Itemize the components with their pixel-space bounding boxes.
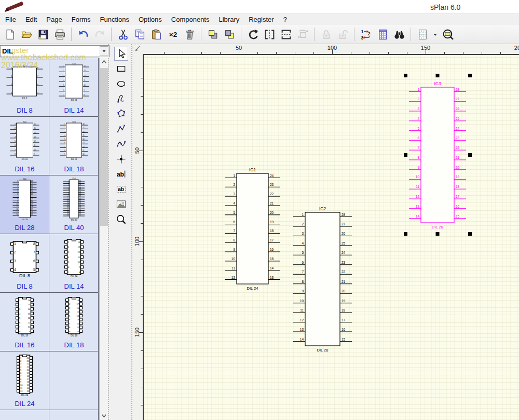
menu-forms[interactable]: Forms <box>67 15 95 24</box>
open-file-button[interactable] <box>19 26 34 42</box>
tool-textbox[interactable]: ab <box>114 182 128 196</box>
tool-rectangle[interactable] <box>114 62 128 76</box>
menu-components[interactable]: Components <box>167 15 214 24</box>
mirror-horizontal-button[interactable] <box>262 26 277 42</box>
library-item-empty[interactable] <box>49 351 99 410</box>
selection-handle[interactable] <box>468 74 472 77</box>
pin-number: 16 <box>342 328 346 331</box>
polygon-icon <box>116 109 127 119</box>
svg-text:IC0: IC0 <box>72 62 76 65</box>
unlock-button <box>335 26 350 42</box>
svg-text:22: 22 <box>31 196 33 198</box>
new-file-button[interactable] <box>2 26 18 42</box>
svg-text:6: 6 <box>15 144 16 146</box>
svg-text:12: 12 <box>28 317 31 319</box>
tool-polyline[interactable] <box>114 122 128 136</box>
library-item-dil-16-pkg[interactable]: 11621531441351261171089DIL 16DIL 16 <box>0 293 49 351</box>
svg-text:23: 23 <box>27 360 30 362</box>
library-item-dil-28[interactable]: IC0DIL 281282273264255246237228219201019… <box>0 175 49 234</box>
library-item-dil-16[interactable]: IC0DIL 1611621531441351261171089DIL 16 <box>0 117 49 175</box>
grid-dropdown-button[interactable] <box>431 26 439 42</box>
menu-page[interactable]: Page <box>42 15 66 24</box>
svg-text:21: 21 <box>79 214 81 216</box>
schematic-page[interactable]: IC1DIL 241242233224215206197188179161015… <box>143 54 519 420</box>
library-item-dil-14[interactable]: IC0DIL 141142133124115106978DIL 14 <box>49 58 99 117</box>
send-to-back-button[interactable] <box>222 26 237 42</box>
svg-text:6: 6 <box>37 84 38 86</box>
component-preview: 18273645DIL 8 <box>0 234 49 282</box>
zoom-window-button[interactable] <box>440 26 456 42</box>
print-button[interactable] <box>52 26 67 42</box>
svg-text:4: 4 <box>15 136 16 138</box>
library-item-empty[interactable] <box>49 410 99 420</box>
undo-button[interactable] <box>75 26 91 42</box>
tool-text[interactable]: ab <box>114 167 128 181</box>
library-select-dropdown-button[interactable] <box>100 46 108 56</box>
svg-text:10: 10 <box>34 149 36 151</box>
svg-text:14: 14 <box>34 132 36 134</box>
component-IC3[interactable]: IC3DIL 281282273264255246237228219201019… <box>409 81 466 229</box>
tool-polygon[interactable] <box>114 107 128 121</box>
save-file-button[interactable] <box>35 26 51 42</box>
image-icon <box>116 199 127 210</box>
selection-handle[interactable] <box>436 74 440 77</box>
selection-handle[interactable] <box>468 232 472 236</box>
scrollbar-thumb[interactable] <box>100 68 108 226</box>
mirror-vertical-button[interactable] <box>278 26 294 42</box>
scroll-up-button[interactable] <box>100 58 108 66</box>
menu-library[interactable]: Library <box>214 15 244 24</box>
rotate-button[interactable] <box>245 26 261 42</box>
menu-help[interactable]: ? <box>279 15 292 24</box>
component-list-button[interactable] <box>375 26 390 42</box>
pin-number: 3 <box>233 192 235 196</box>
selection-handle[interactable] <box>404 153 407 157</box>
svg-text:13: 13 <box>16 211 18 213</box>
duplicate-x2-button[interactable]: ×2 <box>165 26 181 42</box>
tool-zoom[interactable] <box>114 212 128 226</box>
component-IC2[interactable]: IC2DIL 281282273264255246237228219201019… <box>293 206 352 353</box>
schematic-drawing: IC1DIL 241242233224215206197188179161015… <box>144 55 519 420</box>
paste-button[interactable] <box>148 26 164 42</box>
library-item-dil-24-pkg[interactable]: 124223322421520619718817916101511141213D… <box>0 351 49 410</box>
library-item-dil-8[interactable]: IC0DIL 818273645DIL 8 <box>0 58 49 117</box>
tool-ellipse[interactable] <box>114 77 128 91</box>
node-icon <box>116 154 127 165</box>
library-select[interactable]: DIL <box>0 45 110 57</box>
pin-number: 2 <box>302 222 304 226</box>
selection-handle[interactable] <box>404 74 407 77</box>
library-item-dil-14-pkg[interactable]: 1142133124115106978DIL 14DIL 14 <box>49 234 99 293</box>
library-scrollbar[interactable] <box>99 58 108 420</box>
menu-functions[interactable]: Functions <box>95 15 134 24</box>
library-item-dil-18-pkg[interactable]: 118217316415514613712811910DIL 18DIL 18 <box>49 293 99 351</box>
menu-edit[interactable]: Edit <box>21 15 42 24</box>
menu-register[interactable]: Register <box>244 15 278 24</box>
delete-button[interactable] <box>182 26 197 42</box>
search-button[interactable] <box>391 26 407 42</box>
svg-text:11: 11 <box>84 79 86 82</box>
cut-button[interactable] <box>115 26 131 42</box>
library-item-empty[interactable] <box>0 410 49 420</box>
app-logo-pen-icon <box>3 1 25 13</box>
renumber-button[interactable]: 123 <box>358 26 374 42</box>
tool-node[interactable] <box>114 152 128 166</box>
scroll-down-button[interactable] <box>100 412 108 420</box>
tool-pointer[interactable] <box>114 47 128 61</box>
selection-handle[interactable] <box>468 153 472 157</box>
library-item-dil-40[interactable]: IC0DIL 401402393384375366357348339321031… <box>49 175 99 234</box>
tool-image[interactable] <box>114 197 128 211</box>
menu-options[interactable]: Options <box>134 15 167 24</box>
svg-text:5: 5 <box>63 84 64 86</box>
bring-to-front-button[interactable] <box>205 26 221 42</box>
library-item-label: DIL 18 <box>49 341 99 349</box>
copy-button[interactable] <box>132 26 147 42</box>
selection-handle[interactable] <box>436 232 440 236</box>
grid-settings-button[interactable] <box>415 26 430 42</box>
menu-file[interactable]: File <box>1 15 21 24</box>
pin-number: 2 <box>233 183 235 186</box>
library-item-dil-8-pkg[interactable]: 18273645DIL 8DIL 8 <box>0 234 49 293</box>
selection-handle[interactable] <box>404 232 407 236</box>
component-IC1[interactable]: IC1DIL 241242233224215206197188179161015… <box>225 167 280 291</box>
tool-special-form[interactable] <box>114 92 128 106</box>
tool-bezier[interactable] <box>114 137 128 151</box>
library-item-dil-18[interactable]: IC0DIL 18118217316415514613712811910DIL … <box>49 117 99 175</box>
